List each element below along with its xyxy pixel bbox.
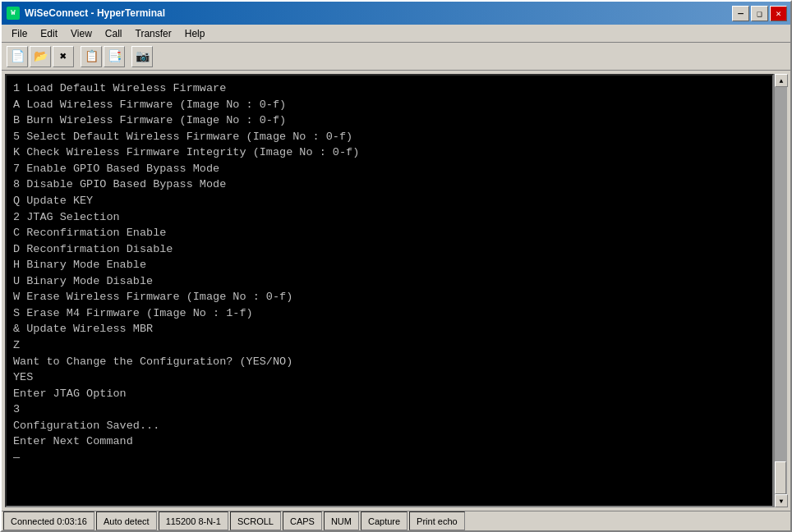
title-buttons: — ❑ ✕ xyxy=(732,6,787,21)
status-connected: Connected 0:03:16 xyxy=(3,511,94,530)
scroll-up-button[interactable]: ▲ xyxy=(775,74,788,87)
toolbar-open-button[interactable]: 📂 xyxy=(30,46,51,67)
title-bar-left: W WiSeConnect - HyperTerminal xyxy=(7,7,165,20)
status-capture: Capture xyxy=(361,511,408,530)
toolbar-snapshot-button[interactable]: 📷 xyxy=(131,46,153,67)
terminal-container: 1 Load Default Wireless Firmware A Load … xyxy=(2,71,790,511)
toolbar-close-button[interactable]: ✖ xyxy=(53,46,74,67)
menu-call[interactable]: Call xyxy=(99,26,129,41)
status-auto-detect: Auto detect xyxy=(96,511,157,530)
toolbar-paste-button[interactable]: 📑 xyxy=(104,46,125,67)
terminal-text: 1 Load Default Wireless Firmware A Load … xyxy=(13,80,766,466)
toolbar-copy-button[interactable]: 📋 xyxy=(81,46,102,67)
terminal-area[interactable]: 1 Load Default Wireless Firmware A Load … xyxy=(5,74,774,507)
menu-view[interactable]: View xyxy=(64,26,99,41)
app-icon: W xyxy=(7,7,20,20)
status-caps: CAPS xyxy=(283,511,322,530)
toolbar-new-button[interactable]: 📄 xyxy=(7,46,28,67)
menu-help[interactable]: Help xyxy=(178,26,212,41)
minimize-button[interactable]: — xyxy=(732,6,749,21)
scrollbar[interactable]: ▲ ▼ xyxy=(774,74,787,507)
window-title: WiSeConnect - HyperTerminal xyxy=(25,7,165,19)
scroll-thumb[interactable] xyxy=(775,461,786,494)
status-print-echo: Print echo xyxy=(409,511,465,530)
title-bar: W WiSeConnect - HyperTerminal — ❑ ✕ xyxy=(2,2,790,25)
maximize-button[interactable]: ❑ xyxy=(751,6,768,21)
menu-file[interactable]: File xyxy=(5,26,34,41)
status-bar: Connected 0:03:16 Auto detect 115200 8-N… xyxy=(2,511,790,530)
menu-transfer[interactable]: Transfer xyxy=(129,26,178,41)
toolbar: 📄 📂 ✖ 📋 📑 📷 xyxy=(2,43,790,71)
scroll-down-button[interactable]: ▼ xyxy=(775,494,788,507)
status-num: NUM xyxy=(324,511,359,530)
main-window: W WiSeConnect - HyperTerminal — ❑ ✕ File… xyxy=(0,0,792,532)
status-baud-rate: 115200 8-N-1 xyxy=(159,511,228,530)
menu-bar: File Edit View Call Transfer Help xyxy=(2,25,790,43)
close-button[interactable]: ✕ xyxy=(770,6,787,21)
menu-edit[interactable]: Edit xyxy=(34,26,64,41)
status-scroll: SCROLL xyxy=(230,511,281,530)
scroll-track[interactable] xyxy=(775,87,787,494)
terminal-output: 1 Load Default Wireless Firmware A Load … xyxy=(13,80,766,501)
